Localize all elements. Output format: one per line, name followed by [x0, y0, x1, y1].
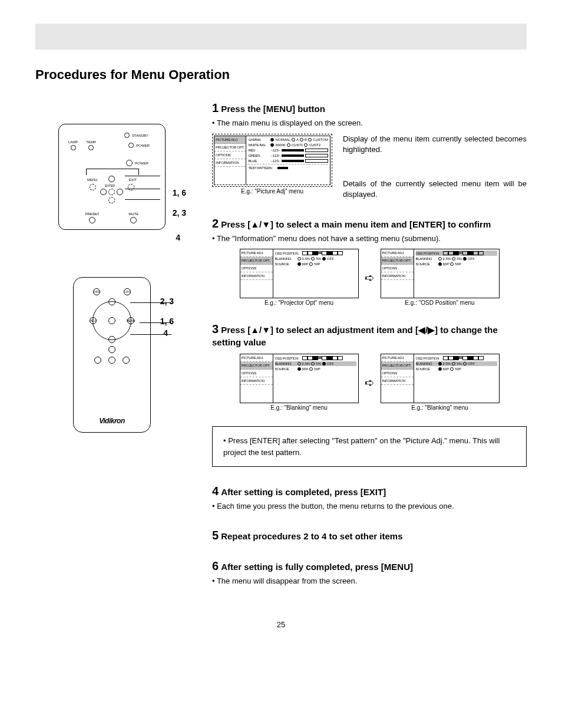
note-box: • Press [ENTER] after selecting "Test pa…	[212, 426, 527, 467]
step-2: 2Press [▲/▼] to select a main menu item …	[212, 216, 527, 307]
logo: Vidikron	[74, 417, 150, 425]
page-number: 25	[35, 620, 527, 653]
device-diagram: STANDBY LAMP TEMP POWER POWER MENU	[58, 124, 166, 230]
section-title: Procedures for Menu Operation	[35, 67, 527, 83]
right-column: 1Press the [MENU] button • The main menu…	[212, 100, 527, 602]
remote-diagram: OFF ON ADJ MENU Vidikron 2,	[73, 277, 151, 433]
arrow-icon: ➪	[365, 271, 375, 285]
step-3: 3Press [▲/▼] to select an adjustment ite…	[212, 321, 527, 411]
step-5: 5Repeat procedures 2 to 4 to set other i…	[212, 528, 527, 543]
step-1: 1Press the [MENU] button • The main menu…	[212, 100, 527, 200]
step-6: 6After setting is fully completed, press…	[212, 558, 527, 587]
left-column: STANDBY LAMP TEMP POWER POWER MENU	[35, 100, 189, 433]
header-bar	[35, 24, 527, 50]
arrow-icon: ➪	[365, 375, 375, 390]
step-4: 4After setting is completed, press [EXIT…	[212, 483, 527, 512]
